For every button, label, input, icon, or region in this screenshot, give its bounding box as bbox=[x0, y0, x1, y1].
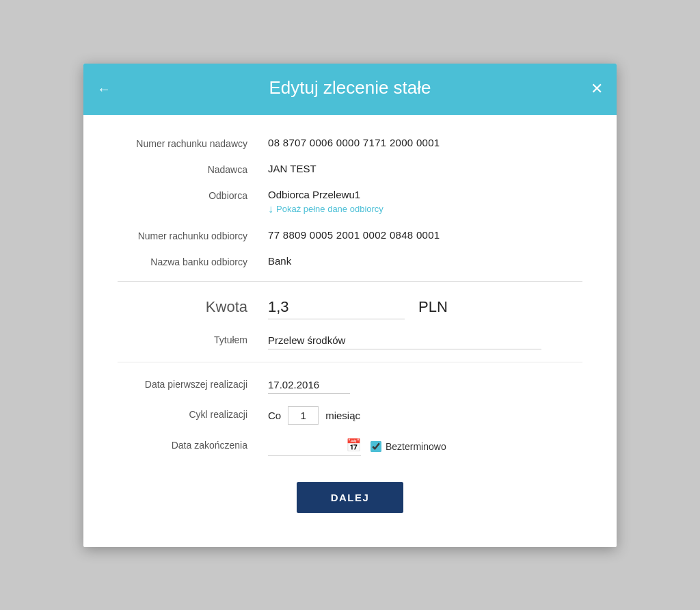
receiver-account-row: Numer rachunku odbiorcy 77 8809 0005 200… bbox=[118, 228, 582, 241]
end-date-input[interactable] bbox=[268, 437, 343, 454]
currency-label: PLN bbox=[418, 298, 448, 316]
cycle-prefix: Co bbox=[268, 410, 281, 421]
sender-row: Nadawca JAN TEST bbox=[118, 161, 582, 175]
modal-body: Numer rachunku nadawcy 08 8707 0006 0000… bbox=[83, 115, 617, 547]
receiver-account-value: 77 8809 0005 2001 0002 0848 0001 bbox=[268, 228, 582, 241]
end-date-label: Data zakończenia bbox=[118, 437, 268, 451]
bank-row: Nazwa banku odbiorcy Bank bbox=[118, 254, 582, 267]
modal-header: ← Edytuj zlecenie stałe ✕ bbox=[83, 64, 617, 115]
date-calendar-wrapper: 📅 bbox=[268, 437, 361, 456]
submit-button[interactable]: DALEJ bbox=[297, 482, 404, 513]
back-button[interactable]: ← bbox=[97, 82, 111, 96]
cycle-suffix: miesiąc bbox=[325, 410, 360, 421]
receiver-value: Odbiorca Przelewu1 bbox=[268, 187, 383, 200]
amount-label: Kwota bbox=[118, 298, 268, 316]
receiver-label: Odbiorca bbox=[118, 187, 268, 201]
sender-account-value: 08 8707 0006 0000 7171 2000 0001 bbox=[268, 135, 582, 148]
cycle-controls: Co miesiąc bbox=[268, 406, 360, 425]
calendar-icon[interactable]: 📅 bbox=[346, 438, 361, 453]
indefinite-checkbox[interactable] bbox=[371, 441, 381, 452]
first-date-label: Data pierwszej realizacji bbox=[118, 376, 268, 390]
bank-value: Bank bbox=[268, 254, 582, 267]
sender-value: JAN TEST bbox=[268, 161, 582, 174]
show-details-label: Pokaż pełne dane odbiorcy bbox=[276, 204, 383, 214]
separator-2 bbox=[118, 362, 582, 362]
first-date-row: Data pierwszej realizacji bbox=[118, 376, 582, 394]
cycle-label: Cykl realizacji bbox=[118, 406, 268, 420]
receiver-row: Odbiorca Odbiorca Przelewu1 ↓ Pokaż pełn… bbox=[118, 187, 582, 215]
end-date-controls: 📅 Bezterminowo bbox=[268, 437, 446, 456]
amount-input[interactable] bbox=[268, 295, 405, 319]
title-label: Tytułem bbox=[118, 332, 268, 345]
arrow-down-icon: ↓ bbox=[268, 203, 273, 215]
modal-dialog: ← Edytuj zlecenie stałe ✕ Numer rachunku… bbox=[83, 64, 617, 547]
cycle-number-input[interactable] bbox=[288, 406, 319, 425]
close-button[interactable]: ✕ bbox=[591, 81, 603, 96]
separator-1 bbox=[118, 281, 582, 282]
indefinite-checkbox-wrapper[interactable]: Bezterminowo bbox=[371, 441, 446, 452]
end-date-row: Data zakończenia 📅 Bezterminowo bbox=[118, 437, 582, 456]
indefinite-label: Bezterminowo bbox=[386, 441, 446, 452]
title-row: Tytułem bbox=[118, 332, 582, 349]
sender-label: Nadawca bbox=[118, 161, 268, 175]
first-date-input[interactable] bbox=[268, 376, 350, 394]
form-footer: DALEJ bbox=[118, 468, 582, 520]
title-input[interactable] bbox=[268, 332, 541, 349]
cycle-row: Cykl realizacji Co miesiąc bbox=[118, 406, 582, 425]
sender-account-label: Numer rachunku nadawcy bbox=[118, 135, 268, 149]
show-details-link[interactable]: ↓ Pokaż pełne dane odbiorcy bbox=[268, 203, 383, 215]
bank-label: Nazwa banku odbiorcy bbox=[118, 254, 268, 267]
amount-row: Kwota PLN bbox=[118, 295, 582, 319]
receiver-account-label: Numer rachunku odbiorcy bbox=[118, 228, 268, 241]
amount-input-wrapper: PLN bbox=[268, 295, 582, 319]
modal-title: Edytuj zlecenie stałe bbox=[104, 77, 596, 98]
sender-account-row: Numer rachunku nadawcy 08 8707 0006 0000… bbox=[118, 135, 582, 149]
